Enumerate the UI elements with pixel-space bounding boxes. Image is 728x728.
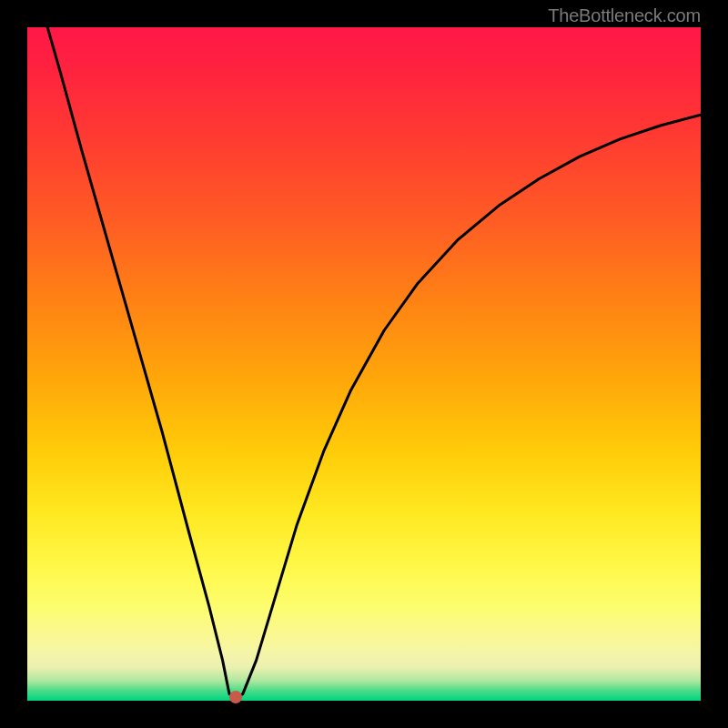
optimum-marker xyxy=(229,691,242,703)
bottleneck-curve xyxy=(27,27,701,701)
chart-container: TheBottleneck.com xyxy=(0,0,728,728)
attribution-text: TheBottleneck.com xyxy=(548,5,701,26)
plot-area xyxy=(27,27,701,701)
